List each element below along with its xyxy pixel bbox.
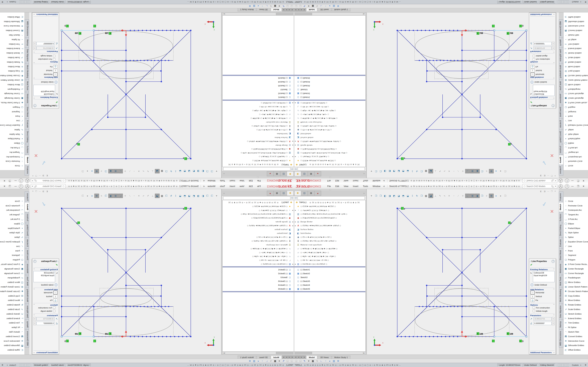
tab-configurations[interactable]: ⊕ [308, 191, 314, 196]
expand-icon[interactable]: ▶ [295, 144, 297, 146]
tool-item[interactable]: ◯ Ellipse [0, 141, 25, 146]
tree-row[interactable]: ▶ ○ Ƨ5ɅΝ◎◦✚Α✚◎ɅΝΑ○◎○ΑΝɅ◎✚Α✚◦◎ΝɅƨƧ ○ [294, 224, 365, 227]
scroll-thumb[interactable] [295, 352, 312, 354]
command-tab[interactable]: Sheet Metal [25, 248, 29, 262]
relation-item[interactable]: Collinear108 [534, 93, 554, 95]
hud-icon[interactable]: ✕ [137, 169, 141, 173]
tool-item[interactable]: ○ Circle [0, 199, 25, 203]
tree-row[interactable]: ▶ ○ ✚ƺ9℮◦♟○ ✱ ◉Ι○◎○Ι◉ ✱ ○♟◦℮9ƺ✚ ○ [294, 109, 365, 113]
scroll-thumb[interactable] [276, 352, 293, 354]
filter-input[interactable] [298, 167, 365, 171]
sketch-row[interactable]: ▶ (-) Sketch1 [223, 268, 294, 272]
tab-displaymanager[interactable]: ◕ [267, 191, 274, 196]
cancel-sketch-icon[interactable]: ✕ [34, 209, 38, 214]
hud-icon[interactable]: ❒ [164, 169, 169, 173]
tool-item[interactable]: ❖ Circular Sketch Pattern [563, 289, 588, 294]
menu-item[interactable]: Window [206, 184, 217, 188]
child-minimize-icon[interactable]: — [39, 190, 41, 192]
tab-configurations[interactable]: ⊕ [274, 191, 280, 196]
hud-icon[interactable]: ◉ [108, 169, 113, 173]
hud-icon[interactable]: ∕ [128, 194, 132, 198]
toolbar-icon[interactable]: ⇅ [315, 5, 319, 7]
tool-item[interactable]: ⊔ Stretch Entities [563, 51, 588, 55]
hud-icon[interactable]: ◪ [397, 169, 401, 173]
toolbar-icon[interactable]: ≡ [277, 360, 281, 362]
toolbar-icon[interactable]: ◔ [323, 5, 328, 7]
option-infinite-length[interactable]: Infinite length [34, 54, 58, 58]
collapse-icon[interactable]: ⌃ [553, 289, 554, 291]
tool-item[interactable]: ◖ Partial Ellipse [0, 226, 25, 231]
expand-icon[interactable]: ▶ [295, 141, 297, 142]
scroll-right-button[interactable]: ▶ [223, 13, 225, 15]
search-box[interactable]: ⬡ Search CAD Models ▼ [31, 184, 65, 188]
tool-item[interactable]: ƒ Equation Driven Curve [0, 123, 25, 128]
hud-icon[interactable]: ❒ [210, 169, 214, 173]
tool-item[interactable]: ⬒ Convert Entities [563, 28, 588, 33]
relations-listbox[interactable]: Collinear108 Equal length109 [34, 85, 55, 96]
tree-row[interactable]: ▶ ○ Ƨ5ƷƐ✚◦♟◎ΛΑΦ○◎○ΦΑΛ◎♟◦✚ƐƷ5Ƨ ○ [223, 159, 294, 163]
hud-icon[interactable]: ◩ [192, 194, 196, 198]
tree-row[interactable]: ▶ ○ ∙◎✚○ ✱ ◉Ι○◎○Ι◉ ✱ ○✚◎∙ ○ [294, 113, 365, 117]
hud-icon[interactable]: ◩ [392, 169, 396, 173]
tool-item[interactable]: ✂ Trim Entities [563, 321, 588, 325]
document-tab[interactable]: Motion Study 1 [332, 8, 351, 11]
menu-item[interactable]: Insert [351, 184, 360, 188]
tool-item[interactable]: ◌ Perimeter Circle [0, 159, 25, 164]
relation-vertical[interactable]: |Vertical [530, 69, 554, 73]
dock-right-icon[interactable]: ◨ [544, 190, 545, 192]
toolbar-icon[interactable]: ◔ [323, 360, 328, 362]
hud-icon[interactable]: ◧ [201, 169, 205, 173]
tool-item[interactable]: ⬓ Silhouette Entities [563, 343, 588, 348]
tool-item[interactable]: ▪ Point [563, 114, 588, 118]
command-tab[interactable]: Weldments [559, 92, 563, 105]
account-button[interactable] [25, 179, 29, 183]
relation-vertical[interactable]: |Vertical [34, 294, 58, 298]
angle-field[interactable]: 0.00000000° [36, 322, 55, 325]
tool-item[interactable]: ◠ Centerpoint Arc [563, 155, 588, 159]
tree-row[interactable]: ▶ ○ Ƨ5✚ƷƐƨƧ○ɅΝ◎◦✚ƆƐƷ∩ƷƐƨƧ○◎○ƧƨƐƷ∩ƐƆ✚◦◎ɅΝ… [294, 212, 365, 216]
hud-icon[interactable]: ▨ [424, 169, 428, 173]
hud-icon[interactable]: ❒ [81, 194, 85, 198]
hud-icon[interactable]: ⚙ [489, 169, 494, 173]
document-tab[interactable]: 3D Views [318, 356, 331, 359]
tree-row[interactable]: ▶ ○ ∙◎✚○ ✱ ◉Ι○◎○Ι◉ ✱ ○✚◎∙ ○ [294, 250, 365, 254]
menu-item[interactable]: Tools [361, 179, 370, 183]
tool-item[interactable]: ⌣ Fit Spline [563, 325, 588, 330]
hud-icon[interactable]: ❒ [205, 194, 210, 198]
collapse-icon[interactable]: ⌃ [34, 289, 35, 291]
tool-item[interactable]: ▭ Corner Rectangle [0, 271, 25, 275]
filter-input[interactable] [298, 196, 365, 200]
tree-row[interactable]: ▶ Material <not specified> [223, 243, 294, 247]
toolbar-icon[interactable]: ∟ [319, 5, 323, 7]
hud-icon[interactable]: ◪ [187, 169, 191, 173]
tree-row[interactable]: ▶ Solid Bodies [223, 231, 294, 235]
tool-item[interactable]: ◖ Partial Ellipse [563, 226, 588, 231]
hud-icon[interactable]: ◨ [196, 169, 200, 173]
tool-item[interactable]: ⌒ Tangent Arc [0, 150, 25, 155]
tool-item[interactable]: ≋ Intersection Curve [563, 339, 588, 343]
exit-sketch-icon[interactable]: ✔ [541, 200, 548, 208]
hud-icon[interactable]: ◨ [196, 194, 200, 198]
tool-item[interactable]: ▣ Center Rectangle [0, 96, 25, 100]
command-tab[interactable]: Direct Editing [559, 223, 563, 238]
tree-row[interactable]: ▶ ○ Ƨ5∙∩ ✱ ♟Αm○◎○mΑ♟ ✱ ∩∙5Ƨ ○ [294, 128, 365, 132]
panel-divider[interactable] [221, 189, 222, 354]
account-button[interactable] [559, 184, 563, 188]
menu-item[interactable]: View [238, 184, 246, 188]
restore-button[interactable]: ❐ [577, 179, 579, 182]
tab-nav-last-icon[interactable]: ▶ [303, 8, 306, 12]
child-close-icon[interactable]: ✕ [32, 175, 34, 177]
tool-item[interactable]: ⌒ Tangent Arc [563, 150, 588, 155]
expand-icon[interactable]: ▶ [291, 102, 293, 104]
hud-icon[interactable]: ● [494, 169, 498, 173]
hud-icon[interactable]: ⬓ [178, 194, 182, 198]
menu-item[interactable]: File [255, 184, 263, 188]
child-restore-icon[interactable]: ❐ [35, 175, 37, 177]
toolbar-icon[interactable]: ❏ [294, 360, 298, 362]
tree-row[interactable]: ▶ Design Binder [294, 220, 365, 224]
hud-icon[interactable]: ⬓ [406, 169, 410, 173]
help-button[interactable]: ? [565, 184, 569, 188]
hud-icon[interactable]: ✕ [447, 194, 451, 198]
tree-row[interactable]: ▶ ○ ɅΝ◦9℮◦♟◎○◎○◎♟◦℮9◦ɅΝ ○ [223, 105, 294, 109]
panel-expand-icon[interactable]: › [364, 173, 364, 175]
